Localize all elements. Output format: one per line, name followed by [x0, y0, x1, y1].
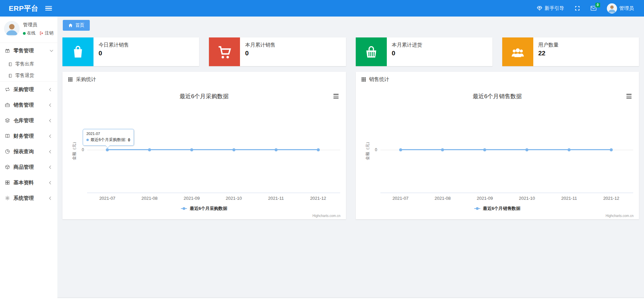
chart-legend[interactable]: 最近6个月销售数据: [356, 206, 639, 212]
data-point-marker[interactable]: [526, 148, 529, 151]
shopping-basket-icon: [364, 45, 379, 59]
charts-row: 采购统计 最近6个月采购数据 0 金额（元）: [62, 72, 639, 219]
avatar: [607, 3, 617, 13]
briefcase-icon: [5, 102, 10, 108]
sidebar-menu: 零售管理 零售出库 零售退货: [0, 43, 57, 206]
chevron-left-icon: [49, 119, 53, 122]
th-grid-icon: [361, 77, 366, 82]
x-axis-line: [87, 193, 340, 193]
highcharts-credits-link[interactable]: Highcharts.com.cn: [606, 214, 634, 218]
chart-legend[interactable]: 最近6个月采购数据: [62, 206, 346, 212]
data-point-marker[interactable]: [399, 148, 402, 151]
chart-context-menu-button[interactable]: [333, 94, 339, 99]
legend-marker-icon: [474, 208, 480, 209]
sidebar-item-retail-out[interactable]: 零售出库: [0, 58, 57, 70]
chevron-left-icon: [49, 165, 53, 169]
sidebar-item-products[interactable]: 商品管理: [0, 159, 57, 175]
card-label: 本月累计进货: [392, 42, 422, 48]
card-month-purchase: 本月累计进货 0: [356, 37, 492, 66]
logout-button[interactable]: 注销: [39, 30, 53, 36]
sidebar-item-finance[interactable]: 财务管理: [0, 128, 57, 144]
card-value: 0: [99, 50, 129, 57]
x-axis-line: [380, 193, 634, 193]
chevron-left-icon: [49, 181, 53, 184]
gear-icon: [5, 195, 10, 201]
sign-out-icon: [39, 31, 44, 35]
sidebar-toggle-button[interactable]: [45, 6, 52, 11]
shopping-bag-icon: [71, 45, 85, 59]
card-label: 本月累计销售: [245, 42, 275, 48]
sidebar-item-reports[interactable]: 报表查询: [0, 144, 57, 159]
sidebar-user-name: 管理员: [23, 22, 53, 28]
user-menu[interactable]: 管理员: [607, 3, 634, 13]
journal-icon: [8, 74, 12, 78]
chevron-left-icon: [49, 196, 53, 200]
card-today-sales: 今日累计销售 0: [62, 37, 199, 66]
sidebar-item-retail[interactable]: 零售管理: [0, 43, 57, 58]
panel-title: 采购统计: [76, 76, 96, 83]
card-month-sales: 本月累计销售 0: [209, 37, 346, 66]
home-icon: [68, 23, 73, 28]
messages-button[interactable]: 0: [590, 5, 597, 11]
sales-stats-panel: 销售统计 最近6个月销售数据 0 金额（元）: [356, 72, 639, 219]
card-user-count: 用户数量 22: [502, 37, 639, 66]
x-axis-labels: 2021-07 2021-08 2021-09 2021-10 2021-11 …: [107, 196, 318, 201]
fullscreen-button[interactable]: [574, 5, 580, 11]
chevron-left-icon: [49, 134, 53, 138]
chart-tooltip: 2021-07 最近6个月采购数据: 0: [83, 129, 134, 146]
sidebar-user-panel: 管理员 在线 注销: [0, 17, 57, 40]
data-point-marker[interactable]: [190, 148, 193, 151]
sidebar-item-system[interactable]: 系统管理: [0, 190, 57, 206]
online-status-label: 在线: [27, 30, 35, 36]
fullscreen-icon: [574, 5, 580, 11]
journal-icon: [8, 62, 12, 66]
sidebar-item-sales[interactable]: 销售管理: [0, 97, 57, 113]
x-axis-labels: 2021-07 2021-08 2021-09 2021-10 2021-11 …: [401, 196, 612, 201]
sidebar: 管理员 在线 注销: [0, 17, 57, 300]
tab-home[interactable]: 首页: [63, 20, 90, 31]
data-point-marker[interactable]: [148, 148, 151, 151]
chart-context-menu-button[interactable]: [626, 94, 632, 99]
th-grid-icon: [68, 77, 73, 82]
gift-icon: [5, 48, 10, 53]
card-value: 0: [392, 50, 422, 57]
panel-title: 销售统计: [369, 76, 390, 83]
chevron-left-icon: [49, 150, 53, 153]
y-axis-title: 金额（元）: [72, 140, 77, 160]
data-point-marker[interactable]: [232, 148, 235, 151]
sidebar-item-basic-data[interactable]: 基本资料: [0, 175, 57, 190]
purchase-stats-panel: 采购统计 最近6个月采购数据 0 金额（元）: [62, 72, 346, 219]
footer-divider: [57, 298, 644, 300]
card-label: 今日累计销售: [99, 42, 129, 48]
layers-icon: [5, 118, 10, 123]
sidebar-item-retail-return[interactable]: 零售退货: [0, 70, 57, 81]
data-point-marker[interactable]: [274, 148, 277, 151]
series-line: [107, 149, 318, 150]
grid-icon: [5, 180, 10, 185]
sidebar-item-purchase[interactable]: 采购管理: [0, 82, 57, 97]
data-point-marker[interactable]: [317, 148, 320, 151]
sales-chart: 最近6个月销售数据 0 金额（元）: [356, 87, 639, 218]
data-point-marker[interactable]: [568, 148, 571, 151]
data-point-marker[interactable]: [610, 148, 613, 151]
purchase-chart: 最近6个月采购数据 0 金额（元）: [62, 87, 346, 218]
chevron-left-icon: [49, 88, 53, 91]
chevron-left-icon: [49, 103, 53, 107]
gem-icon: [537, 5, 542, 11]
card-value: 0: [245, 50, 275, 57]
navbar-user-name: 管理员: [619, 5, 634, 11]
y-axis-title: 金额（元）: [365, 140, 370, 160]
data-point-marker[interactable]: [106, 148, 109, 151]
data-point-marker[interactable]: [441, 148, 444, 151]
app-brand: ERP平台: [0, 4, 45, 13]
chevron-down-icon: [50, 48, 53, 52]
series-dot-icon: [86, 139, 89, 141]
guide-button[interactable]: 新手引导: [537, 5, 564, 11]
cube-icon: [5, 164, 10, 170]
data-point-marker[interactable]: [483, 148, 486, 151]
guide-label: 新手引导: [545, 5, 564, 11]
highcharts-credits-link[interactable]: Highcharts.com.cn: [313, 214, 341, 218]
repeat-icon: [5, 87, 10, 92]
sidebar-item-warehouse[interactable]: 仓库管理: [0, 113, 57, 128]
shopping-cart-icon: [217, 44, 232, 60]
